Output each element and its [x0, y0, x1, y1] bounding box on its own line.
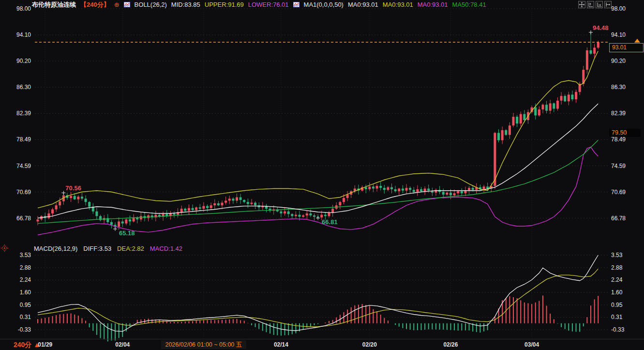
macd-tick-label: 2.88: [611, 264, 643, 271]
period-selector[interactable]: 【240分】: [80, 0, 110, 9]
hotspot-target-icon[interactable]: [0, 244, 9, 252]
price-tick-label: 94.10: [0, 31, 31, 38]
macd-tick-label: 3.53: [0, 252, 31, 259]
x-axis-zoom-icon: [596, 1, 602, 8]
price-tick-label: 78.49: [0, 136, 31, 143]
y-axis-zoom-icon: [587, 1, 594, 8]
macd-tick-label: -0.33: [0, 326, 31, 333]
price-tick-label: 70.69: [611, 189, 643, 196]
date-tick-label: 02/14: [259, 341, 303, 348]
price-tick-label: 82.39: [611, 110, 643, 117]
price-tick-label: 70.69: [0, 189, 31, 196]
price-tick-label: 90.20: [0, 58, 31, 64]
boll-mid-value: MID:83.85: [171, 1, 200, 8]
macd-tick-label: -0.33: [611, 326, 643, 333]
price-tick-label: 98.00: [0, 5, 31, 12]
link-compare-icon[interactable]: ⊕: [114, 1, 120, 8]
date-tick-label: 02/26: [429, 341, 472, 348]
price-tick-label: 66.78: [0, 215, 31, 222]
y-axis-zoom-button[interactable]: [587, 1, 594, 8]
price-tick-label: 82.39: [0, 110, 31, 117]
extreme-price-annotation: 66.81: [322, 218, 338, 226]
shift-right-icon: [605, 1, 611, 8]
date-tick-label: 01/29: [23, 341, 67, 348]
macd-tick-label: 0.95: [611, 302, 643, 308]
price-tick-label: 66.78: [611, 215, 643, 222]
x-axis-zoom-button[interactable]: [596, 1, 603, 8]
symbol-name: 布伦特原油连续: [32, 0, 76, 9]
price-tick-label: 74.59: [0, 163, 31, 169]
chart-toolbar: [578, 1, 612, 8]
ma0-yellow-value: MA0:93.01: [383, 1, 413, 8]
indicator-header: 布伦特原油连续 【240分】 ⊕ BOLL(26,2) MID:83.85 UP…: [32, 0, 486, 9]
price-tick-label: 86.30: [611, 84, 643, 91]
macd-tick-label: 2.24: [0, 276, 31, 283]
current-price-badge: 93.01: [609, 43, 644, 52]
price-tick-label: 86.30: [0, 84, 31, 91]
price-tick-label: 74.59: [611, 163, 643, 169]
ma0-magenta-value: MA0:93.01: [418, 1, 448, 8]
price-tick-label: 78.49: [611, 136, 643, 143]
pan-move-button[interactable]: [578, 1, 585, 8]
date-tick-label: 03/04: [510, 341, 554, 348]
macd-diff-value: DIFF:3.53: [83, 245, 111, 252]
hovered-bar-time-badge: 2026/02/06 01:00 ~ 05:00 五: [161, 340, 246, 349]
boll-name-label: BOLL(26,2): [135, 1, 167, 8]
extreme-price-annotation: 65.18: [119, 229, 135, 237]
macd-title: MACD(26,12,9): [34, 245, 77, 252]
candlestick-chart-canvas[interactable]: 94.4870.5665.1866.81: [0, 0, 644, 350]
macd-tick-label: 1.60: [611, 289, 643, 296]
macd-header: MACD(26,12,9) DIFF:3.53 DEA:2.82 MACD:1.…: [34, 244, 182, 252]
boll-lower-value: LOWER:76.01: [248, 1, 289, 8]
price-tick-label: 90.20: [611, 58, 643, 64]
extreme-price-annotation: 94.48: [593, 24, 609, 31]
indicator-chart-icon: [124, 2, 130, 7]
shift-right-button[interactable]: [604, 1, 612, 8]
date-tick-label: 02/20: [348, 341, 391, 348]
indicator-chart-icon: [293, 2, 300, 7]
macd-dea-value: DEA:2.82: [117, 245, 144, 252]
ma50-green-value: MA50:78.41: [452, 1, 486, 8]
macd-tick-label: 1.60: [0, 289, 31, 296]
macd-tick-label: 0.95: [0, 302, 31, 308]
macd-tick-label: 0.31: [611, 314, 643, 320]
ma-name-label: MA1(0,0,0,50): [304, 1, 344, 8]
ma0-white-value: MA0:93.01: [348, 1, 378, 8]
macd-tick-label: 3.53: [611, 252, 643, 259]
macd-tick-label: 2.88: [0, 264, 31, 271]
price-tick-label: 94.10: [611, 31, 643, 38]
boll-upper-value: UPPER:91.69: [205, 1, 244, 8]
pan-move-icon: [579, 1, 585, 8]
reference-price-badge: 79.50: [609, 129, 641, 137]
extreme-price-annotation: 70.56: [65, 184, 81, 192]
macd-tick-label: 2.24: [611, 276, 643, 283]
macd-hist-value: MACD:1.42: [150, 245, 182, 252]
trading-chart-window: 94.4870.5665.1866.81 布伦特原油连续 【240分】 ⊕ BO…: [0, 0, 644, 350]
current-price-marker-icon: [634, 39, 640, 43]
price-tick-label: 98.00: [611, 5, 643, 12]
macd-tick-label: 0.31: [0, 314, 31, 320]
date-tick-label: 02/04: [101, 341, 144, 348]
time-axis: 240分 ▲ 2026/02/06 01:00 ~ 05:00 五 01/290…: [0, 339, 644, 350]
